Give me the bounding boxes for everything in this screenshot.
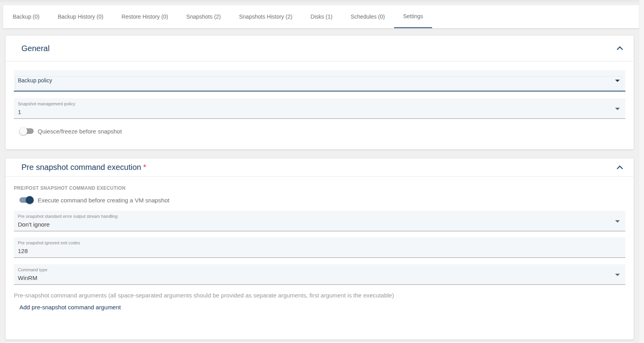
general-section-body: Backup policy Snapshot management policy… [6, 61, 634, 149]
tab-disks[interactable]: Disks (1) [301, 5, 341, 28]
pre-snapshot-section-body: PRE/POST SNAPSHOT COMMAND EXECUTION Exec… [6, 177, 634, 339]
arguments-note: Pre-snapshot command arguments (all spac… [14, 292, 625, 299]
quiesce-toggle-row: Quiesce/freeze before snapshot [19, 126, 625, 136]
tab-restore-history[interactable]: Restore History (0) [112, 5, 177, 28]
pre-snapshot-section-header: Pre snapshot command execution* [6, 158, 634, 177]
toggle-thumb [26, 196, 34, 204]
execute-command-toggle-label: Execute command before creating a VM sna… [38, 197, 170, 204]
scrollbar-track[interactable] [639, 0, 644, 343]
pre-snapshot-section: Pre snapshot command execution* PRE/POST… [6, 158, 634, 339]
general-section: General Backup policy Snapshot managemen… [6, 36, 634, 149]
command-type-select[interactable]: Command type WinRM [14, 264, 625, 285]
stderr-handling-select[interactable]: Pre snapshot standard error output strea… [14, 211, 625, 231]
general-section-header: General [6, 36, 634, 61]
stderr-handling-label: Pre snapshot standard error output strea… [18, 214, 620, 219]
tab-backup[interactable]: Backup (0) [4, 5, 49, 28]
snapshot-management-policy-select[interactable]: Snapshot management policy 1 [14, 98, 625, 119]
backup-policy-select[interactable]: Backup policy [14, 70, 625, 91]
pre-snapshot-collapse-button[interactable] [615, 163, 624, 172]
tab-snapshots-history[interactable]: Snapshots History (2) [230, 5, 302, 28]
command-type-value: WinRM [18, 274, 620, 282]
pre-post-subheader: PRE/POST SNAPSHOT COMMAND EXECUTION [14, 185, 625, 191]
chevron-up-icon [615, 44, 624, 53]
general-section-title: General [21, 44, 50, 53]
tab-schedules[interactable]: Schedules (0) [341, 5, 394, 28]
toggle-thumb [19, 127, 27, 135]
general-collapse-button[interactable] [615, 44, 624, 53]
dropdown-arrow-icon [615, 274, 620, 276]
stderr-handling-value: Don't ignore [18, 220, 620, 229]
pre-snapshot-title-text: Pre snapshot command execution [21, 163, 141, 172]
quiesce-toggle[interactable] [19, 127, 34, 135]
pre-snapshot-section-title: Pre snapshot command execution* [21, 163, 146, 172]
chevron-up-icon [615, 163, 624, 172]
backup-policy-label: Backup policy [18, 77, 52, 84]
ignored-exit-codes-label: Pre snapshot ignored exit codes [18, 240, 620, 246]
tab-backup-history[interactable]: Backup History (0) [49, 5, 112, 28]
snapshot-management-policy-value: 1 [18, 108, 620, 116]
dropdown-arrow-icon [615, 220, 620, 223]
tab-snapshots[interactable]: Snapshots (2) [177, 5, 230, 28]
execute-command-toggle-row: Execute command before creating a VM sna… [19, 195, 625, 205]
dropdown-arrow-icon [615, 108, 620, 110]
required-asterisk: * [143, 163, 146, 172]
execute-command-toggle[interactable] [19, 196, 34, 204]
tab-bar: Backup (0) Backup History (0) Restore Hi… [3, 5, 640, 29]
ignored-exit-codes-input[interactable]: Pre snapshot ignored exit codes 128 [14, 237, 625, 258]
backup-policy-focus-ring [15, 76, 622, 90]
ignored-exit-codes-value: 128 [18, 247, 620, 255]
quiesce-toggle-label: Quiesce/freeze before snapshot [38, 128, 122, 135]
dropdown-arrow-icon [615, 80, 620, 82]
tab-settings[interactable]: Settings [394, 5, 433, 28]
add-argument-button[interactable]: Add pre-snapshot command argument [19, 304, 121, 311]
snapshot-management-policy-label: Snapshot management policy [18, 101, 620, 107]
command-type-label: Command type [18, 267, 620, 272]
